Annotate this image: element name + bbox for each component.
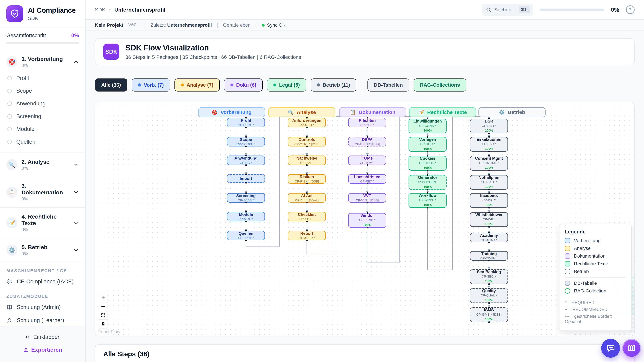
cpu-icon — [6, 279, 12, 285]
section-header-2[interactable]: 🔍2. Analyse0% — [0, 156, 85, 173]
step-label: Profil — [16, 75, 29, 81]
flow-node-loeschfristen[interactable]: LoeschfristenCP-RET * — [348, 174, 386, 184]
sidebar-item-anwendung[interactable]: Anwendung — [0, 97, 85, 110]
flow-node-training[interactable]: TrainingCP-TRAIN * — [470, 251, 508, 261]
flow-node-checklist[interactable]: ChecklistCP-CHK ~ — [288, 212, 326, 221]
step-radio — [8, 140, 12, 144]
flow-node-sec-backlog[interactable]: Sec-BacklogCP-SEC ~100% — [470, 269, 508, 284]
flow-column-header-slate: ⚙️Betrieb — [478, 107, 546, 117]
flow-node-vorlagen[interactable]: VorlagenCP-DOC *100% — [408, 137, 446, 152]
flow-node-controls[interactable]: ControlsCP-CTRL * [DSB] — [288, 137, 326, 146]
flow-node-import[interactable]: Import — [227, 174, 265, 183]
sidebar-item-quellen[interactable]: Quellen — [0, 135, 85, 148]
flow-node-workflow[interactable]: WorkflowCP-WRKF *100% — [408, 193, 446, 208]
collapse-sidebar-button[interactable]: Einklappen — [0, 331, 85, 343]
filter-db-tabellen[interactable]: DB-Tabellen — [368, 78, 409, 91]
breadcrumb-root[interactable]: SDK — [95, 7, 105, 12]
flow-node-generator[interactable]: GeneratorCP-DOCGEN ~100% — [408, 175, 446, 190]
legend-swatch — [565, 238, 570, 243]
section-header-1[interactable]: 🎯1. Vorbereitung0% — [0, 53, 85, 70]
node-code: CP-EVI ~ — [300, 161, 314, 165]
filter-betrieb-11[interactable]: Betrieb (11) — [310, 78, 356, 91]
node-code: CP-CHK ~ — [299, 217, 314, 221]
sidebar-section-5: ⚙️5. Betrieb0% — [0, 238, 85, 263]
node-handle — [306, 211, 308, 213]
flow-node-anforderungen[interactable]: AnforderungenCP-REQ * — [288, 118, 326, 127]
sidebar-item-schulung-admin[interactable]: Schulung (Admin) — [0, 301, 85, 314]
filter-label: RAG-Collections — [420, 82, 460, 88]
node-handle — [245, 230, 247, 231]
flow-node-screening[interactable]: ScreeningCP-SCAN * — [227, 193, 265, 203]
sidebar-item-profil[interactable]: Profil — [0, 72, 85, 84]
flow-column-header-blue: 🎯Vorbereitung — [198, 107, 265, 117]
filter-dot — [273, 83, 276, 86]
flow-node-toms[interactable]: TOMsCP-TOM * — [348, 156, 386, 165]
flow-node-dsr[interactable]: DSRCP-DSR *100% — [470, 119, 508, 133]
header-progress-value: 0% — [611, 6, 619, 13]
flow-node-nachweise[interactable]: NachweiseCP-EVI ~ — [288, 156, 326, 165]
sidebar-section-4: 📝4. Rechtliche Texte0% — [0, 208, 85, 238]
sidebar-item-screening[interactable]: Screening — [0, 110, 85, 123]
filter-doku-6[interactable]: Doku (6) — [224, 78, 263, 91]
flow-node-report[interactable]: ReportCP-AREP * — [288, 231, 326, 240]
node-progress-value: 100% — [424, 203, 432, 207]
node-handle — [366, 173, 368, 175]
flow-node-dsfa[interactable]: DSFACP-DSFA * [DSB] — [348, 137, 386, 146]
search-input[interactable]: Suchen... ⌘K — [482, 4, 533, 16]
flow-canvas[interactable]: Legende VorbereitungAnalyseDokumentation… — [95, 102, 634, 336]
last-step: Zuletzt: Unternehmensprofil — [150, 22, 212, 28]
chat-fab-button[interactable] — [601, 339, 620, 358]
flow-node-consent-mgmt[interactable]: Consent MgmtCP-CMGMT *100% — [470, 156, 508, 171]
flow-node-quality[interactable]: QualityCP-QUAL ~100% — [470, 288, 508, 303]
node-handle — [427, 174, 428, 176]
node-code: CP-OBL * — [360, 123, 374, 127]
node-title: Risiken — [300, 174, 314, 179]
sidebar-item-module[interactable]: Module — [0, 123, 85, 135]
sidebar-item-schulung-learner[interactable]: Schulung (Learner) — [0, 314, 85, 326]
section-progress: 0% — [22, 251, 69, 256]
section-header-4[interactable]: 📝4. Rechtliche Texte0% — [0, 211, 85, 235]
flow-node-cookies[interactable]: CookiesCP-COOK *100% — [408, 156, 446, 171]
sidebar-sections: 🎯1. Vorbereitung0%ProfilScopeAnwendungSc… — [0, 50, 85, 326]
filter-analyse-7[interactable]: Analyse (7) — [174, 78, 220, 91]
flow-node-anwendung[interactable]: AnwendungCP-UC * — [227, 156, 265, 165]
main: SDK › Unternehmensprofil Suchen... ⌘K 0%… — [86, 0, 644, 362]
columns-fab-button[interactable] — [622, 339, 641, 358]
flow-node-ai-act[interactable]: AI ActCP-AI * [LEGAL] — [288, 193, 326, 203]
flow-node-vendor[interactable]: VendorCP-VEND *100% — [348, 213, 386, 228]
flow-node-einwilligungen[interactable]: EinwilligungenCP-CONS *100% — [408, 119, 446, 133]
reactflow-attribution[interactable]: React Flow — [98, 329, 120, 335]
filter-rag-collections[interactable]: RAG-Collections — [414, 78, 466, 91]
flow-node-academy[interactable]: AcademyCP-ACAD * — [470, 233, 508, 242]
legend-item-purple: Dokumentation — [565, 253, 626, 259]
flow-node-pflichten[interactable]: PflichtenCP-OBL * — [348, 118, 386, 127]
flow-node-risiken[interactable]: RisikenCP-RISK * [DSB] — [288, 174, 326, 184]
flow-node-quellen[interactable]: QuellenCP-SPOL * — [227, 231, 265, 240]
filter-vorb-7[interactable]: Vorb. (7) — [132, 78, 170, 91]
flow-node-scope[interactable]: ScopeCP-SCOPE * — [227, 137, 265, 146]
fit-view-button[interactable] — [99, 311, 108, 320]
sidebar-item-ce-compliance-iace[interactable]: CE-Compliance (IACE) — [0, 275, 85, 288]
section-header-3[interactable]: 📋3. Dokumentation0% — [0, 180, 85, 204]
flow-node-isms[interactable]: ISMSCP-ISMS ~ [DSB]100% — [470, 307, 508, 322]
filter-legal-5[interactable]: Legal (5) — [267, 78, 306, 91]
lock-button[interactable] — [99, 320, 108, 328]
zoom-out-button[interactable] — [99, 302, 108, 311]
export-button[interactable]: Exportieren — [0, 343, 85, 356]
sidebar-item-scope[interactable]: Scope — [0, 84, 85, 97]
help-icon[interactable]: ? — [626, 5, 634, 14]
zoom-in-button[interactable] — [99, 294, 108, 302]
flow-node-vvt[interactable]: VVTCP-VVT * [DSB] — [348, 193, 386, 203]
node-code: CP-VEND * — [359, 218, 375, 222]
section-header-5[interactable]: ⚙️5. Betrieb0% — [0, 242, 85, 259]
node-progress-value: 100% — [424, 185, 432, 189]
node-code: CP-VVT * [DSB] — [356, 199, 379, 202]
flow-node-notfallplan[interactable]: NotfallplanCP-NOTF *100% — [470, 175, 508, 190]
filter-alle-36[interactable]: Alle (36) — [95, 78, 127, 91]
flow-node-module[interactable]: ModuleCP-MOD * — [227, 212, 265, 221]
flow-node-whistleblower[interactable]: WhistleblowerCP-WB *100% — [470, 212, 508, 227]
chevron-down-icon — [73, 247, 79, 253]
flow-node-profil[interactable]: ProfilCP-PROF * — [227, 118, 265, 127]
flow-node-incidents[interactable]: IncidentsCP-INC *100% — [470, 193, 508, 208]
flow-node-eskalationen[interactable]: EskalationenCP-ESC *100% — [470, 137, 508, 152]
